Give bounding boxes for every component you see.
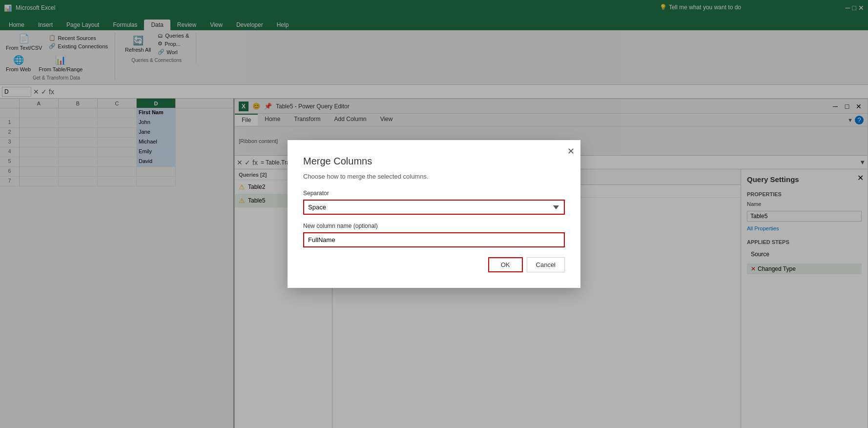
merge-columns-dialog: ✕ Merge Columns Choose how to merge the …	[288, 140, 580, 288]
separator-label: Separator	[303, 190, 565, 197]
dialog-title: Merge Columns	[303, 156, 565, 167]
dialog-close-button[interactable]: ✕	[567, 146, 575, 157]
dialog-subtitle: Choose how to merge the selected columns…	[303, 173, 565, 180]
cancel-button[interactable]: Cancel	[527, 257, 565, 272]
separator-select[interactable]: Space None Colon Comma Equals Sign Semic…	[303, 200, 565, 215]
ok-button[interactable]: OK	[488, 257, 523, 272]
column-name-input[interactable]	[303, 232, 565, 247]
dialog-footer: OK Cancel	[303, 257, 565, 272]
column-name-label: New column name (optional)	[303, 223, 565, 229]
modal-overlay: ✕ Merge Columns Choose how to merge the …	[0, 0, 868, 428]
